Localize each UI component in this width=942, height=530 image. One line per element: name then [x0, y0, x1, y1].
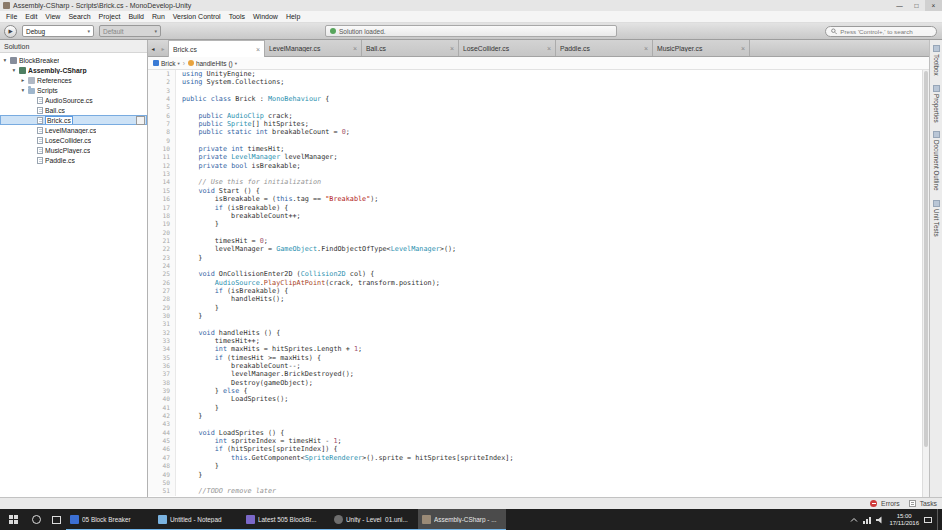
expander-icon[interactable]	[11, 67, 17, 73]
breadcrumb-member[interactable]: handleHits () ▾	[188, 60, 237, 67]
tree-item[interactable]: LoseCollider.cs	[0, 135, 147, 145]
breadcrumb-member-label: handleHits ()	[196, 60, 233, 67]
navigate-back-icon[interactable]: ◂	[148, 40, 158, 56]
line-number: 28	[148, 295, 176, 303]
menu-item[interactable]: Edit	[21, 13, 41, 20]
expander-icon[interactable]	[2, 57, 8, 63]
code-line: 9	[148, 137, 929, 145]
solution-tree: BlockBreaker Assembly-CSharp References	[0, 53, 147, 497]
target-select[interactable]: Default ▾	[99, 25, 161, 37]
editor-tab[interactable]: LevelManager.cs ×	[265, 40, 362, 56]
taskbar-app[interactable]: 05 Block Breaker	[66, 509, 154, 530]
maximize-button[interactable]: □	[908, 0, 925, 11]
line-number: 11	[148, 153, 176, 161]
tab-close-icon[interactable]: ×	[450, 45, 454, 52]
windows-logo-icon	[9, 515, 18, 524]
expander-icon[interactable]	[20, 87, 26, 93]
run-button[interactable]: ▶	[4, 25, 17, 38]
search-input[interactable]	[840, 28, 931, 35]
dock-tab[interactable]: Unit Tests	[933, 200, 940, 237]
search-icon	[831, 28, 837, 35]
menu-item[interactable]: Run	[148, 13, 169, 20]
menu-item[interactable]: Project	[95, 13, 125, 20]
tree-item-icon	[19, 67, 26, 74]
tree-item[interactable]: Ball.cs	[0, 105, 147, 115]
volume-icon[interactable]	[876, 516, 884, 524]
menu-item[interactable]: Help	[282, 13, 304, 20]
line-content: LoadSprites();	[176, 395, 288, 403]
tab-close-icon[interactable]: ×	[256, 46, 260, 53]
tray-expand-icon[interactable]	[850, 516, 858, 524]
code-line: 34 int maxHits = hitSprites.Length + 1;	[148, 345, 929, 353]
code-line: 20	[148, 229, 929, 237]
line-number: 47	[148, 454, 176, 462]
taskbar-app[interactable]: Latest 505 BlockBr...	[242, 509, 330, 530]
menu-item[interactable]: Search	[64, 13, 94, 20]
tab-close-icon[interactable]: ×	[644, 45, 648, 52]
code-line: 27 if (isBreakable) {	[148, 287, 929, 295]
minimize-button[interactable]: —	[891, 0, 908, 11]
code-line: 45 int spriteIndex = timesHit - 1;	[148, 437, 929, 445]
tab-close-icon[interactable]: ×	[547, 45, 551, 52]
action-center-icon[interactable]	[924, 516, 932, 524]
navigate-forward-icon[interactable]: ▸	[158, 40, 168, 56]
editor-tab[interactable]: MusicPlayer.cs ×	[653, 40, 750, 56]
line-number: 17	[148, 204, 176, 212]
taskbar-app[interactable]: Unity - Level_01.uni...	[330, 509, 418, 530]
line-number: 38	[148, 379, 176, 387]
line-number: 33	[148, 337, 176, 345]
tree-item[interactable]: Paddle.cs	[0, 155, 147, 165]
code-line: 36 breakableCount--;	[148, 362, 929, 370]
code-editor[interactable]: 1 using UnityEngine; 2 using System.Coll…	[148, 70, 929, 497]
taskbar-clock[interactable]: 15:00 17/11/2016	[889, 513, 919, 527]
global-search	[825, 26, 937, 37]
line-number: 37	[148, 370, 176, 378]
network-icon[interactable]	[863, 516, 871, 524]
dock-tab[interactable]: Properties	[933, 85, 940, 123]
editor-tab[interactable]: Brick.cs ×	[168, 40, 265, 57]
editor-tab[interactable]: Ball.cs ×	[362, 40, 459, 56]
line-number: 14	[148, 178, 176, 186]
tree-item[interactable]: Assembly-CSharp	[0, 65, 147, 75]
tree-item[interactable]: Brick.cs	[0, 115, 147, 125]
editor-tab[interactable]: LoseCollider.cs ×	[459, 40, 556, 56]
start-button[interactable]	[0, 509, 26, 530]
menu-item[interactable]: Tools	[225, 13, 249, 20]
tree-item[interactable]: LevelManager.cs	[0, 125, 147, 135]
errors-button[interactable]: Errors	[881, 500, 900, 507]
line-content: Destroy(gameObject);	[176, 379, 313, 387]
breadcrumb-class[interactable]: Brick ▾	[153, 60, 180, 67]
menu-item[interactable]: File	[2, 13, 21, 20]
tree-item[interactable]: Scripts	[0, 85, 147, 95]
menu-item[interactable]: Version Control	[169, 13, 225, 20]
tab-close-icon[interactable]: ×	[353, 45, 357, 52]
menu-item[interactable]: Window	[249, 13, 282, 20]
editor-tab[interactable]: Paddle.cs ×	[556, 40, 653, 56]
taskbar-app[interactable]: Untitled - Notepad	[154, 509, 242, 530]
dock-tab-label: Properties	[933, 94, 940, 123]
dock-tab[interactable]: Document Outline	[933, 131, 940, 190]
configuration-select[interactable]: Debug ▾	[22, 25, 94, 37]
tree-item-icon	[37, 147, 43, 154]
dock-tab[interactable]: Toolbox	[933, 45, 940, 76]
scrollbar-thumb[interactable]	[924, 71, 928, 447]
tree-item[interactable]: References	[0, 75, 147, 85]
tree-item-icon	[28, 77, 35, 84]
close-button[interactable]: ×	[925, 0, 942, 11]
toolbar: ▶ Debug ▾ Default ▾ Solution loaded.	[0, 23, 942, 40]
show-desktop-button[interactable]	[937, 509, 941, 530]
expander-icon[interactable]	[20, 77, 26, 83]
task-view-button[interactable]	[46, 509, 66, 530]
tree-item[interactable]: BlockBreaker	[0, 55, 147, 65]
tree-item[interactable]: MusicPlayer.cs	[0, 145, 147, 155]
menu-item[interactable]: Build	[124, 13, 148, 20]
cortana-button[interactable]	[26, 509, 46, 530]
tree-item[interactable]: AudioSource.cs	[0, 95, 147, 105]
editor-scrollbar[interactable]	[922, 70, 929, 497]
tasks-button[interactable]: Tasks	[920, 500, 937, 507]
line-content: timesHit = 0;	[176, 237, 268, 245]
line-number: 30	[148, 312, 176, 320]
taskbar-app[interactable]: Assembly-CSharp - ...	[418, 509, 506, 530]
tab-close-icon[interactable]: ×	[741, 45, 745, 52]
menu-item[interactable]: View	[41, 13, 64, 20]
